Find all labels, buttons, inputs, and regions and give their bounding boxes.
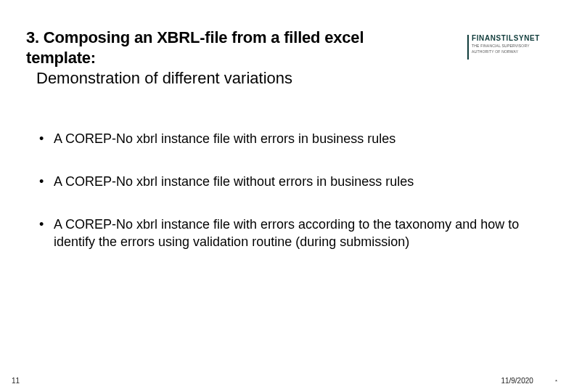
logo-name: FINANSTILSYNET [472, 35, 540, 42]
list-item: A COREP-No xbrl instance file with error… [35, 131, 540, 147]
title-block: 3. Composing an XBRL-file from a filled … [26, 28, 411, 89]
logo: FINANSTILSYNET THE FINANCIAL SUPERVISORY… [467, 35, 540, 60]
footer-date: 11/9/2020 [501, 377, 533, 385]
list-item: A COREP-No xbrl instance file without er… [35, 173, 540, 190]
header-row: 3. Composing an XBRL-file from a filled … [26, 28, 540, 89]
logo-bar-icon [467, 35, 469, 60]
logo-tagline-2: AUTHORITY OF NORWAY [472, 49, 540, 54]
slide: 3. Composing an XBRL-file from a filled … [0, 0, 566, 392]
logo-text: FINANSTILSYNET THE FINANCIAL SUPERVISORY… [472, 35, 540, 54]
slide-title-bold: 3. Composing an XBRL-file from a filled … [26, 28, 411, 68]
bullet-list: A COREP-No xbrl instance file with error… [35, 131, 540, 251]
footer-marker: * [555, 378, 557, 385]
dotted-divider-icon [0, 356, 566, 376]
footer-right: 11/9/2020 * [501, 377, 557, 385]
logo-tagline-1: THE FINANCIAL SUPERVISORY [472, 44, 540, 48]
footer: 11 11/9/2020 * [12, 377, 557, 385]
content: A COREP-No xbrl instance file with error… [26, 131, 540, 251]
page-number: 11 [12, 377, 20, 385]
list-item: A COREP-No xbrl instance file with error… [35, 216, 540, 250]
slide-title-sub: Demonstration of different variations [26, 68, 411, 89]
